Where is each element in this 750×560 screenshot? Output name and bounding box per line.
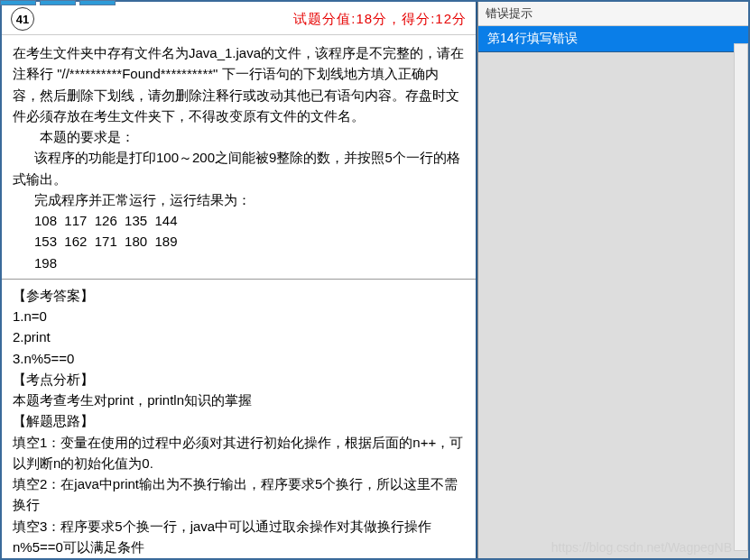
answer-1: 1.n=0 <box>13 306 465 326</box>
solution-2: 填空2：在java中print输出为不换行输出，程序要求5个换行，所以这里不需换… <box>13 473 465 516</box>
solution-3: 填空3：程序要求5个换一行，java中可以通过取余操作对其做换行操作n%5==0… <box>13 516 465 558</box>
answer-2: 2.print <box>13 326 465 347</box>
question-number-badge: 41 <box>11 7 34 31</box>
score-text: 试题分值:18分，得分:12分 <box>293 11 467 28</box>
point-analysis-body: 本题考查考生对print，println知识的掌握 <box>13 390 465 410</box>
solution-title: 【解题思路】 <box>13 410 465 431</box>
answer-3: 3.n%5==0 <box>13 348 465 369</box>
output-line-1: 108 117 126 135 144 <box>13 210 465 231</box>
scrollbar[interactable] <box>734 43 748 551</box>
question-header: 41 试题分值:18分，得分:12分 <box>2 2 476 35</box>
tab-2[interactable] <box>40 0 76 5</box>
watermark: https://blog.csdn.net/WagpegNB <box>551 540 732 555</box>
output-line-3: 198 <box>13 252 465 273</box>
question-description: 在考生文件夹中存有文件名为Java_1.java的文件，该程序是不完整的，请在注… <box>13 45 464 124</box>
output-line-2: 153 162 171 180 189 <box>13 231 465 252</box>
right-panel: 错误提示 第14行填写错误 <box>477 2 748 558</box>
requirement-title: 本题的要求是： <box>13 126 465 147</box>
left-panel: 41 试题分值:18分，得分:12分 在考生文件夹中存有文件名为Java_1.j… <box>2 2 477 558</box>
question-number: 41 <box>16 13 29 26</box>
error-hint-header: 错误提示 <box>478 2 748 26</box>
error-list-body <box>478 52 748 558</box>
reference-answer-title: 【参考答案】 <box>13 285 465 306</box>
run-result-label: 完成程序并正常运行，运行结果为： <box>13 189 465 210</box>
solution-1: 填空1：变量在使用的过程中必须对其进行初始化操作，根据后面的n++，可以判断n的… <box>13 432 465 474</box>
tab-3[interactable] <box>79 0 116 5</box>
tab-1[interactable] <box>0 0 36 5</box>
requirement-body: 该程序的功能是打印100～200之间能被9整除的数，并按照5个一行的格式输出。 <box>13 147 465 189</box>
answer-section: 【参考答案】 1.n=0 2.print 3.n%5==0 【考点分析】 本题考… <box>2 280 476 560</box>
point-analysis-title: 【考点分析】 <box>13 369 465 390</box>
main-container: 41 试题分值:18分，得分:12分 在考生文件夹中存有文件名为Java_1.j… <box>0 0 750 560</box>
question-body: 在考生文件夹中存有文件名为Java_1.java的文件，该程序是不完整的，请在注… <box>2 35 476 280</box>
error-item-1[interactable]: 第14行填写错误 <box>478 26 748 52</box>
